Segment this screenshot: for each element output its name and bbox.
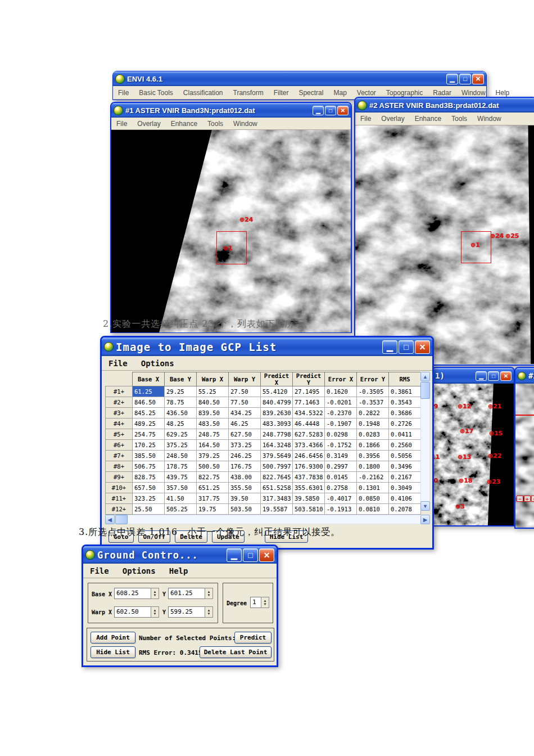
gcp-cell[interactable]: 0.3496 <box>389 461 421 472</box>
window2-titlebar[interactable]: #2 ASTER VNIR Band3B:prdat012.dat <box>355 98 534 112</box>
gcp-cell[interactable]: 436.50 <box>165 408 197 418</box>
scroll-left-icon[interactable]: ◀ <box>105 515 115 524</box>
gcp-cell[interactable]: -0.3505 <box>357 386 389 397</box>
menu-item-file[interactable]: File <box>111 118 132 129</box>
gcp-cell[interactable]: 317.3483 <box>261 493 293 504</box>
menu-item-basic-tools[interactable]: Basic Tools <box>134 87 178 98</box>
menu-item-help[interactable]: Help <box>162 565 195 577</box>
gcp-cell[interactable]: -0.4017 <box>325 493 357 504</box>
gcp-cell[interactable]: 434.25 <box>229 408 261 418</box>
degree-field[interactable]: 1 <box>250 597 261 608</box>
window2-image[interactable]: ⊕1⊕24⊕25 <box>355 125 534 364</box>
minimize-icon[interactable]: ▁ <box>476 371 487 381</box>
gcp-cell[interactable]: -0.1913 <box>325 504 357 515</box>
gcp-cell[interactable]: 0.0283 <box>357 429 389 440</box>
hscroll-thumb[interactable] <box>115 515 128 524</box>
gcp-cell[interactable]: 248.7798 <box>261 429 293 440</box>
predict-button[interactable]: Predict <box>234 632 271 644</box>
gcp-cell[interactable]: 323.25 <box>133 493 165 504</box>
ground-control-titlebar[interactable]: Ground Contro... ▁ □ ✕ <box>83 546 277 564</box>
row-label[interactable]: #5+ <box>106 429 133 440</box>
row-label[interactable]: #6+ <box>106 440 133 451</box>
gcp-cell[interactable]: 839.50 <box>197 408 229 418</box>
maximize-icon[interactable]: □ <box>325 106 336 115</box>
minimize-icon[interactable]: ▁ <box>446 74 458 84</box>
gcp-cell[interactable]: 61.25 <box>133 386 165 397</box>
maximize-icon[interactable]: □ <box>488 371 499 381</box>
row-label[interactable]: #2+ <box>106 397 133 408</box>
gcp-cell[interactable]: 170.25 <box>133 440 165 451</box>
gcp-cell[interactable]: 483.50 <box>197 418 229 429</box>
base-x-stepper[interactable]: ▲▼ <box>151 588 159 599</box>
row-label[interactable]: #11+ <box>106 493 133 504</box>
menu-item-enhance[interactable]: Enhance <box>410 113 446 124</box>
gcp-cell[interactable]: 506.75 <box>133 461 165 472</box>
gcp-cell[interactable]: 846.50 <box>133 397 165 408</box>
gcp-cell[interactable]: 373.25 <box>229 440 261 451</box>
gcp-cell[interactable]: 0.2997 <box>325 461 357 472</box>
base-x-field[interactable]: 608.25 <box>114 588 151 599</box>
gcp-cell[interactable]: 41.50 <box>165 493 197 504</box>
gcp-cell[interactable]: 489.25 <box>133 418 165 429</box>
row-label[interactable]: #4+ <box>106 418 133 429</box>
gcp-cell[interactable]: 375.25 <box>165 440 197 451</box>
gcp-cell[interactable]: 246.6456 <box>293 451 325 461</box>
menu-item-file[interactable]: File <box>83 565 116 577</box>
scroll-window-titlebar[interactable]: 1) ▁ □ ✕ <box>433 368 514 384</box>
gcp-list-titlebar[interactable]: Image to Image GCP List ▁ □ ✕ <box>102 338 432 356</box>
gcp-cell[interactable]: 19.75 <box>197 504 229 515</box>
gcp-cell[interactable]: 0.1620 <box>325 386 357 397</box>
gcp-cell[interactable]: 385.50 <box>133 451 165 461</box>
window1-image[interactable]: ⊕24⊕1 <box>111 130 351 332</box>
column-header-predict-y[interactable]: Predict Y <box>293 372 325 386</box>
gcp-cell[interactable]: 355.50 <box>229 483 261 493</box>
gcp-cell[interactable]: 55.25 <box>197 386 229 397</box>
gcp-cell[interactable]: -0.1752 <box>325 440 357 451</box>
gcp-cell[interactable]: 178.75 <box>165 461 197 472</box>
warp-y-field[interactable]: 599.25 <box>168 606 205 618</box>
gcp-cell[interactable]: -0.0201 <box>325 397 357 408</box>
menu-item-tools[interactable]: Tools <box>446 113 472 124</box>
row-label[interactable]: #9+ <box>106 472 133 483</box>
base-y-field[interactable]: 601.25 <box>168 588 205 599</box>
gcp-cell[interactable]: 822.75 <box>197 472 229 483</box>
vscroll-thumb[interactable] <box>420 382 430 399</box>
gcp-cell[interactable]: 55.4120 <box>261 386 293 397</box>
gcp-cell[interactable]: 77.50 <box>229 397 261 408</box>
gcp-cell[interactable]: 0.3686 <box>389 408 421 418</box>
zoom-out-icon[interactable]: − <box>517 496 523 502</box>
gcp-cell[interactable]: 651.5258 <box>261 483 293 493</box>
gcp-cell[interactable]: 176.75 <box>229 461 261 472</box>
gcp-cell[interactable]: 25.50 <box>133 504 165 515</box>
gcp-cell[interactable]: 500.50 <box>197 461 229 472</box>
gcp-cell[interactable]: 48.25 <box>165 418 197 429</box>
close-icon[interactable]: ✕ <box>472 74 484 84</box>
gcp-cell[interactable]: 629.25 <box>165 429 197 440</box>
gcp-cell[interactable]: 0.5056 <box>389 451 421 461</box>
gcp-cell[interactable]: 0.0850 <box>357 493 389 504</box>
scroll-window-image[interactable]: ⊕19⊕12⊕21⊕7⊕17⊕15⊕11⊕13⊕22⊕10⊕18⊕23⊕4⊕3 <box>433 384 514 525</box>
gcp-cell[interactable]: 503.5810 <box>293 504 325 515</box>
gcp-cell[interactable]: 434.5322 <box>293 408 325 418</box>
gcp-cell[interactable]: 164.50 <box>197 440 229 451</box>
gcp-cell[interactable]: 657.50 <box>133 483 165 493</box>
gcp-cell[interactable]: 0.0298 <box>325 429 357 440</box>
gcp-cell[interactable]: 505.25 <box>165 504 197 515</box>
gcp-cell[interactable]: 840.50 <box>197 397 229 408</box>
gcp-cell[interactable]: 627.5283 <box>293 429 325 440</box>
gcp-cell[interactable]: 0.2726 <box>389 418 421 429</box>
delete-last-point-button[interactable]: Delete Last Point <box>200 646 271 658</box>
column-header-base-x[interactable]: Base X <box>133 372 165 386</box>
column-header-warp-x[interactable]: Warp X <box>197 372 229 386</box>
scroll-right-icon[interactable]: ▶ <box>420 515 430 524</box>
menu-item-overlay[interactable]: Overlay <box>376 113 409 124</box>
gcp-cell[interactable]: 77.1463 <box>293 397 325 408</box>
gcp-cell[interactable]: 373.4366 <box>293 440 325 451</box>
menu-item-spectral[interactable]: Spectral <box>293 87 328 98</box>
gcp-cell[interactable]: 176.9300 <box>293 461 325 472</box>
minimize-icon[interactable]: ▁ <box>227 548 242 562</box>
row-label[interactable]: #1+ <box>106 386 133 397</box>
gcp-cell[interactable]: 39.5850 <box>293 493 325 504</box>
gcp-cell[interactable]: 0.2078 <box>389 504 421 515</box>
gcp-cell[interactable]: 248.50 <box>165 451 197 461</box>
